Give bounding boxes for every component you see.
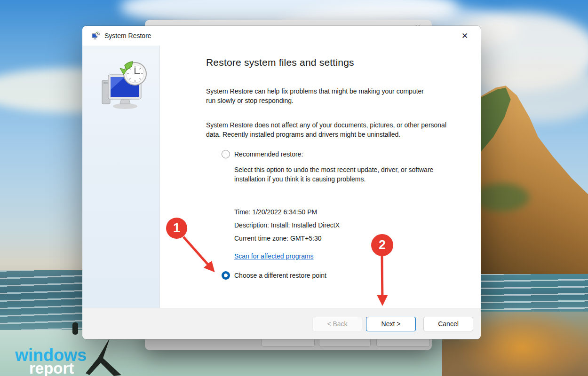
desktop: windows report System Properties ✕ Syste… xyxy=(0,0,588,376)
restore-point-details: Time: 1/20/2022 6:34:50 PM Description: … xyxy=(234,208,462,242)
recommended-restore-option[interactable]: Recommended restore: xyxy=(222,150,462,158)
system-restore-icon xyxy=(91,31,100,40)
system-restore-dialog: System Restore ✕ xyxy=(82,26,481,339)
dialog-footer: < Back Next > Cancel xyxy=(82,308,481,339)
wallpaper-sea xyxy=(463,274,588,314)
info-paragraph: System Restore does not affect any of yo… xyxy=(206,121,458,139)
wizard-sidebar xyxy=(82,46,160,308)
dialog-titlebar[interactable]: System Restore ✕ xyxy=(82,26,481,46)
choose-restore-point-option[interactable]: Choose a different restore point xyxy=(222,271,462,280)
cancel-button[interactable]: Cancel xyxy=(423,317,473,331)
recommended-restore-label: Recommended restore: xyxy=(234,150,303,158)
intro-paragraph: System Restore can help fix problems tha… xyxy=(206,87,431,105)
choose-restore-point-label: Choose a different restore point xyxy=(234,272,326,279)
back-button[interactable]: < Back xyxy=(312,317,362,331)
restore-point-time: Time: 1/20/2022 6:34:50 PM xyxy=(234,208,462,216)
wallpaper-cliff-vegetation xyxy=(473,183,529,212)
wizard-content: Restore system files and settings System… xyxy=(160,46,481,308)
scan-affected-programs-link[interactable]: Scan for affected programs xyxy=(234,252,314,260)
restore-point-timezone: Current time zone: GMT+5:30 xyxy=(234,235,462,242)
windows-report-logo: windows report xyxy=(15,347,87,376)
page-title: Restore system files and settings xyxy=(206,57,462,68)
radio-selected-icon[interactable] xyxy=(222,271,230,280)
wallpaper-person-small xyxy=(72,322,78,335)
radio-unselected-icon[interactable] xyxy=(222,150,230,158)
restore-point-description: Description: Install: Installed DirectX xyxy=(234,221,462,229)
dialog-title: System Restore xyxy=(104,32,151,39)
recommended-restore-description: Select this option to undo the most rece… xyxy=(234,165,434,184)
system-restore-artwork-icon xyxy=(95,61,148,112)
next-button[interactable]: Next > xyxy=(366,317,416,331)
close-icon[interactable]: ✕ xyxy=(459,30,470,41)
